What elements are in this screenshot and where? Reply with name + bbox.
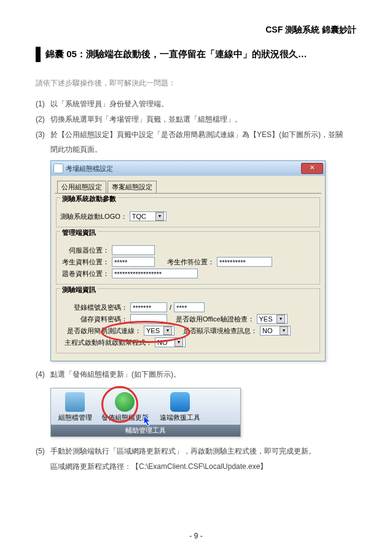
group-mgmt: 管理端資訊 伺服器位置： 考生資料位置： ***** 考生作答位置： *****… xyxy=(56,231,320,285)
envmsg-value: NO xyxy=(262,326,273,335)
step-1: (1) 以「系統管理員」身份登入管理端。 xyxy=(36,97,356,111)
tip-title-text: 測驗端在啟動後，一直停留在「連線中」的狀況很久… xyxy=(86,49,307,60)
office-value: YES xyxy=(259,315,273,323)
mainstart-value: NO xyxy=(157,338,168,347)
btn-remote-rescue[interactable]: 遠端救援工具 xyxy=(153,391,207,425)
intro-text: 請依下述步驟操作後，即可解決此一問題： xyxy=(36,78,356,89)
simpleconn-select[interactable]: YES ▾ xyxy=(144,326,174,336)
step-3: (3) 於【公用組態設定】頁籤中設定「是否啟用簡易測試連線」為【YES】(如下圖… xyxy=(36,128,356,142)
mainstart-select[interactable]: NO ▾ xyxy=(155,337,186,347)
datadir-label: 考生資料位置： xyxy=(60,258,109,267)
step-4-num: (4) xyxy=(36,368,50,382)
step-1-body: 以「系統管理員」身份登入管理端。 xyxy=(50,97,356,111)
aux-toolbar: 組態檔管理 發佈組態檔更新 遠端救援工具 輔助管理工具 xyxy=(50,388,241,437)
step-2-num: (2) xyxy=(36,112,50,127)
toolbar-caption: 輔助管理工具 xyxy=(51,425,240,436)
chevron-down-icon: ▾ xyxy=(174,338,183,347)
download-globe-icon xyxy=(115,392,135,412)
simpleconn-label: 是否啟用簡易測試連線： xyxy=(60,326,141,336)
config-dialog: 考場組態檔設定 ✕ 公用組態設定 專案組態設定 測驗系統啟動參數 測驗系統啟動L… xyxy=(50,160,326,361)
logo-select[interactable]: TQC ▾ xyxy=(130,211,167,221)
step-3-body: 於【公用組態設定】頁籤中設定「是否啟用簡易測試連線」為【YES】(如下圖所示)，… xyxy=(50,128,356,142)
chevron-down-icon: ▾ xyxy=(155,212,164,221)
group-startup: 測驗系統啟動參數 測驗系統啟動LOGO： TQC ▾ xyxy=(56,197,320,227)
tab-public-config[interactable]: 公用組態設定 xyxy=(57,181,106,193)
office-label: 是否啟用Office驗證檢查： xyxy=(176,315,254,324)
reg-input-2[interactable]: **** xyxy=(174,302,205,312)
remote-icon xyxy=(170,392,190,412)
server-input[interactable] xyxy=(112,245,155,255)
step-5-cont: 區域網路更新程式路徑：【C:\ExamClient.CSF\LocalUpdat… xyxy=(50,460,356,474)
step-1-num: (1) xyxy=(36,97,50,111)
office-select[interactable]: YES ▾ xyxy=(257,314,288,324)
step-5-body: 手動於測驗端執行「區域網路更新程式」，再啟動測驗主程式後，即可完成更新。 xyxy=(50,444,356,459)
dialog-body: 公用組態設定 專案組態設定 測驗系統啟動參數 測驗系統啟動LOGO： TQC ▾ xyxy=(51,176,325,361)
step-2: (2) 切換系統選單到「考場管理」頁籤，並點選「組態檔理」。 xyxy=(36,112,356,127)
dialog-title: 考場組態檔設定 xyxy=(66,164,113,173)
chevron-down-icon: ▾ xyxy=(280,326,288,335)
group-client: 測驗端資訊 登錄檔號及密碼： ******* / **** 儲存資料密碼： 是否… xyxy=(56,288,320,353)
tip-title: 錦囊 05： 測驗端在啟動後，一直停留在「連線中」的狀況很久… xyxy=(45,47,307,62)
logo-label: 測驗系統啟動LOGO： xyxy=(60,212,127,221)
step-4: (4) 點選「發佈組態檔更新」(如下圖所示)。 xyxy=(36,368,356,382)
envmsg-label: 是否顯示環境檢查訊息： xyxy=(183,326,257,336)
step-2-body: 切換系統選單到「考場管理」頁籤，並點選「組態檔理」。 xyxy=(50,112,356,127)
group-startup-title: 測驗系統啟動參數 xyxy=(60,194,118,203)
btn-publish-config[interactable]: 發佈組態檔更新 xyxy=(96,391,153,425)
step-5: (5) 手動於測驗端執行「區域網路更新程式」，再啟動測驗主程式後，即可完成更新。 xyxy=(36,444,356,459)
page-header: CSF 測驗系統 錦囊妙計 xyxy=(36,25,356,36)
close-button[interactable]: ✕ xyxy=(301,163,323,174)
step-3-num: (3) xyxy=(36,128,50,142)
tab-strip: 公用組態設定 專案組態設定 xyxy=(55,179,321,194)
window-icon xyxy=(53,163,63,173)
reg-label: 登錄檔號及密碼： xyxy=(60,303,128,312)
ansdir-label: 考生作答位置： xyxy=(167,258,214,267)
step-3-cont: 閉此功能頁面。 xyxy=(50,143,356,157)
btn-publish-label: 發佈組態檔更新 xyxy=(96,413,153,422)
tpldir-input[interactable]: ****************** xyxy=(112,269,198,278)
storage-label: 儲存資料密碼： xyxy=(60,315,128,324)
dialog-titlebar[interactable]: 考場組態檔設定 ✕ xyxy=(51,161,325,176)
tip-prefix: 錦囊 05： xyxy=(45,49,86,60)
envmsg-select[interactable]: NO ▾ xyxy=(260,326,291,336)
chevron-down-icon: ▾ xyxy=(276,315,285,323)
panel-public: 測驗系統啟動參數 測驗系統啟動LOGO： TQC ▾ 管理端資訊 伺服器位置： xyxy=(55,197,321,353)
ansdir-input[interactable]: ********** xyxy=(217,257,272,267)
tab-project-config[interactable]: 專案組態設定 xyxy=(108,181,157,193)
btn-remote-label: 遠端救援工具 xyxy=(153,413,207,422)
tip-title-row: 錦囊 05： 測驗端在啟動後，一直停留在「連線中」的狀況很久… xyxy=(36,47,356,62)
datadir-input[interactable]: ***** xyxy=(112,257,155,267)
group-mgmt-title: 管理端資訊 xyxy=(60,228,98,237)
folder-icon xyxy=(65,392,85,412)
storage-input[interactable] xyxy=(130,314,167,324)
tpldir-label: 題卷資料位置： xyxy=(60,269,109,278)
btn-config-manage[interactable]: 組態檔管理 xyxy=(53,391,96,425)
title-accent-bar xyxy=(36,47,41,62)
mainstart-label: 主程式啟動時就啟動幫程式： xyxy=(60,338,152,347)
reg-sep: / xyxy=(170,304,171,311)
logo-value: TQC xyxy=(132,212,146,221)
server-label: 伺服器位置： xyxy=(60,246,109,255)
reg-input-1[interactable]: ******* xyxy=(130,302,167,312)
chevron-down-icon: ▾ xyxy=(163,326,172,335)
group-client-title: 測驗端資訊 xyxy=(60,285,98,294)
step-4-body: 點選「發佈組態檔更新」(如下圖所示)。 xyxy=(50,368,356,382)
simpleconn-value: YES xyxy=(146,326,160,335)
page-footer: - 9 - xyxy=(0,532,392,540)
step-5-num: (5) xyxy=(36,444,50,459)
btn-config-manage-label: 組態檔管理 xyxy=(53,413,96,422)
